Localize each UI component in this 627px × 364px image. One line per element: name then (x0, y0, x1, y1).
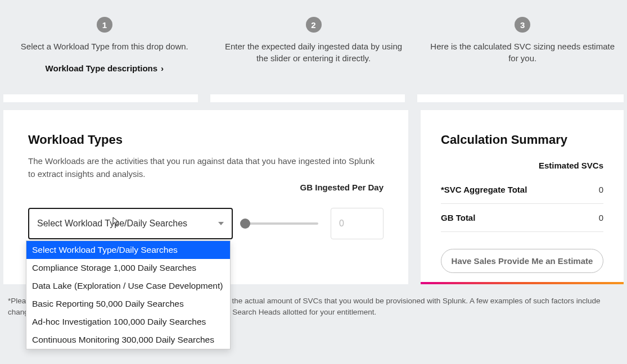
controls-row: Select Workload Type/Daily Searches 0 (28, 208, 384, 239)
step-1: 1 Select a Workload Type from this drop … (0, 17, 209, 73)
workload-type-descriptions-label: Workload Type descriptions (46, 63, 157, 73)
stub-2 (210, 94, 405, 102)
estimated-svcs-header: Estimated SVCs (441, 161, 603, 170)
slider-thumb[interactable] (240, 219, 250, 229)
workload-type-dropdown[interactable]: Select Workload Type/Daily Searches Comp… (26, 240, 231, 349)
svc-aggregate-row: *SVC Aggregate Total 0 (441, 176, 603, 204)
step-2-number: 2 (306, 17, 322, 33)
step-1-text: Select a Workload Type from this drop do… (11, 40, 198, 52)
gb-total-label: GB Total (441, 213, 475, 222)
gb-total-row: GB Total 0 (441, 204, 603, 232)
svc-aggregate-value: 0 (599, 185, 603, 194)
workload-type-select[interactable]: Select Workload Type/Daily Searches (28, 208, 233, 239)
upper-card-stubs (0, 94, 627, 102)
gb-total-value: 0 (599, 213, 603, 222)
calculation-summary-title: Calculation Summary (441, 133, 603, 147)
dropdown-option-ad-hoc[interactable]: Ad-hoc Investigation 100,000 Daily Searc… (26, 313, 230, 331)
gb-slider[interactable] (245, 218, 318, 229)
step-3: 3 Here is the calculated SVC sizing need… (418, 17, 627, 73)
step-3-text: Here is the calculated SVC sizing needs … (429, 40, 616, 64)
dropdown-option-continuous[interactable]: Continuous Monitoring 300,000 Daily Sear… (26, 331, 230, 349)
step-2: 2 Enter the expected daily ingested data… (209, 17, 418, 73)
svc-aggregate-label: *SVC Aggregate Total (441, 185, 527, 194)
stub-3 (417, 94, 624, 102)
chevron-right-icon: › (161, 63, 164, 73)
workload-type-select-value: Select Workload Type/Daily Searches (37, 219, 187, 229)
stub-1 (3, 94, 198, 102)
dropdown-option-placeholder[interactable]: Select Workload Type/Daily Searches (26, 241, 230, 259)
slider-track (245, 222, 318, 225)
dropdown-option-compliance[interactable]: Compliance Storage 1,000 Daily Searches (26, 259, 230, 277)
step-2-text: Enter the expected daily ingested data b… (220, 40, 407, 64)
gb-input-value: 0 (339, 219, 344, 229)
workload-type-descriptions-link[interactable]: Workload Type descriptions› (11, 63, 198, 73)
chevron-down-icon (218, 222, 224, 225)
step-1-number: 1 (97, 17, 112, 33)
dropdown-option-data-lake[interactable]: Data Lake (Exploration / Use Case Develo… (26, 277, 230, 295)
dropdown-option-basic-reporting[interactable]: Basic Reporting 50,000 Daily Searches (26, 295, 230, 313)
workload-types-description: The Workloads are the activities that yo… (28, 155, 377, 180)
calculation-summary-card: Calculation Summary Estimated SVCs *SVC … (421, 110, 624, 284)
gb-input[interactable]: 0 (331, 208, 384, 239)
steps-row: 1 Select a Workload Type from this drop … (0, 0, 627, 84)
sales-estimate-button[interactable]: Have Sales Provide Me an Estimate (441, 249, 603, 273)
workload-types-title: Workload Types (28, 133, 384, 147)
step-3-number: 3 (515, 17, 530, 33)
gb-ingested-label: GB Ingested Per Day (28, 183, 384, 192)
